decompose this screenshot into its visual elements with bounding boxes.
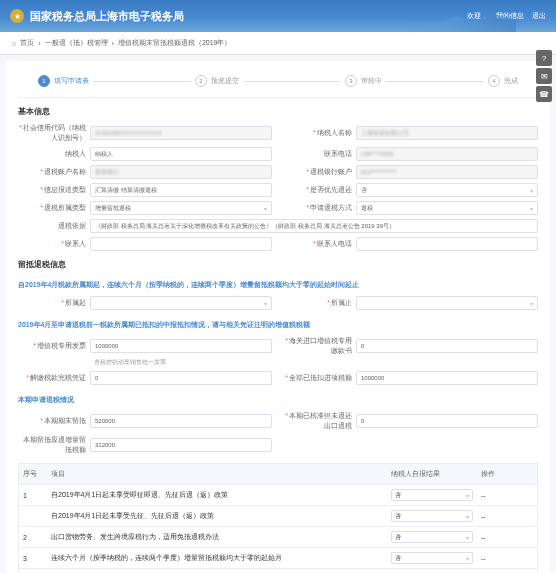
- national-emblem-icon: ★: [10, 9, 24, 23]
- tool-help-icon[interactable]: ?: [536, 50, 552, 66]
- taxpayer-type-input[interactable]: 纳税人: [90, 147, 272, 161]
- section-apply-title: 本期申请退税情况: [18, 395, 538, 405]
- table-row: 3连续六个月（按季纳税的，连续两个季度）增量留抵税额均大于零的起始月否--: [19, 548, 537, 569]
- home-icon[interactable]: ⌂: [12, 40, 16, 47]
- priority-select[interactable]: 否: [356, 183, 538, 197]
- bank-account-input[interactable]: 622***********: [356, 165, 538, 179]
- period-end-select[interactable]: [356, 296, 538, 310]
- step-indicator: 1填写申请表 2预览提交 3审核中 4完成: [18, 69, 538, 98]
- contact-name-input[interactable]: [90, 237, 272, 251]
- breadcrumb-item-1[interactable]: 一般退（抵）税管理: [45, 38, 108, 48]
- taxpayer-name-input[interactable]: 上海某某有限公司: [356, 126, 538, 140]
- apply-type-select[interactable]: 增量留抵退税: [90, 201, 272, 215]
- period-start-select[interactable]: [90, 296, 272, 310]
- th-result: 纳税人自报结果: [387, 464, 477, 484]
- step-1: 1填写申请表: [38, 75, 89, 87]
- vat-special-input[interactable]: 1000000: [90, 339, 272, 353]
- breadcrumb: ⌂ 首页 › 一般退（抵）税管理 › 增值税期末留抵税额退税（2019年）: [0, 32, 556, 55]
- row-select[interactable]: 否: [391, 531, 473, 543]
- nav-logout[interactable]: 退出: [532, 11, 546, 21]
- app-title: 国家税务总局上海市电子税务局: [30, 9, 184, 24]
- step-3: 3审核中: [345, 75, 382, 87]
- tool-phone-icon[interactable]: ☎: [536, 86, 552, 102]
- customs-input[interactable]: 0: [356, 339, 538, 353]
- refund-way-select[interactable]: 退税: [356, 201, 538, 215]
- table-row: 自2019年4月1日起未享受先征、先征后退（返）政策否--: [19, 506, 537, 527]
- contact-phone2-input[interactable]: [356, 237, 538, 251]
- contact-phone-input[interactable]: 138****0000: [356, 147, 538, 161]
- paid-input[interactable]: 0: [90, 371, 272, 385]
- current-end-input[interactable]: 520000: [90, 414, 272, 428]
- blue-note-2: 2019年4月至申请退税前一税款所属期已抵扣的中报抵扣情况，请与相关凭证注明的增…: [18, 320, 538, 330]
- th-no: 序号: [19, 464, 47, 484]
- credit-code-input[interactable]: 91310000XXXXXXXXXX: [90, 126, 272, 140]
- declaration-table: 序号 项目 纳税人自报结果 操作 1自2019年4月1日起未享受即征即退、先征后…: [18, 463, 538, 573]
- th-item: 项目: [47, 464, 387, 484]
- row-select[interactable]: 否: [391, 489, 473, 501]
- bank-name-input[interactable]: 某某银行: [90, 165, 272, 179]
- period-total-input[interactable]: 1000000: [356, 371, 538, 385]
- step-2: 2预览提交: [195, 75, 239, 87]
- blue-note-1: 自2019年4月税款所属期起，连续六个月（按季纳税的，连续两个季度）增量留抵税额…: [18, 280, 538, 290]
- th-op: 操作: [477, 464, 537, 484]
- policy-input[interactable]: 《财政部 税务总局 海关总署关于深化增值税改革有关政策的公告》（财政部 税务总局…: [90, 219, 538, 233]
- table-row: 4纳税人满足办理留抵退税、允许存在留抵退税违法违规、后处理期间、是否发生本期增量…: [19, 569, 537, 573]
- breadcrumb-item-2: 增值税期末留抵税额退税（2019年）: [118, 38, 232, 48]
- increment-input[interactable]: 312000: [90, 438, 272, 452]
- breadcrumb-home[interactable]: 首页: [20, 38, 34, 48]
- table-row: 2出口货物劳务、发生跨境应税行为，适用免抵退税办法否--: [19, 527, 537, 548]
- vat-note: 含税控机动车销售统一发票: [18, 358, 538, 367]
- section-credit-title: 留抵退税信息: [18, 259, 538, 270]
- info-type-input[interactable]: 汇算清缴 结算清缴退税: [90, 183, 272, 197]
- section-basic-title: 基本信息: [18, 106, 538, 117]
- tool-chat-icon[interactable]: ✉: [536, 68, 552, 84]
- row-select[interactable]: 否: [391, 510, 473, 522]
- step-4: 4完成: [488, 75, 518, 87]
- row-select[interactable]: 否: [391, 552, 473, 564]
- table-row: 1自2019年4月1日起未享受即征即退、先征后退（返）政策否--: [19, 485, 537, 506]
- app-header: ★ 国家税务总局上海市电子税务局 欢迎， 我的信息 退出: [0, 0, 556, 32]
- main-content: 1填写申请表 2预览提交 3审核中 4完成 基本信息 *社会信用代码（纳税人识别…: [6, 61, 550, 573]
- side-toolbar: ? ✉ ☎: [536, 50, 552, 102]
- prev-end-input[interactable]: 0: [356, 414, 538, 428]
